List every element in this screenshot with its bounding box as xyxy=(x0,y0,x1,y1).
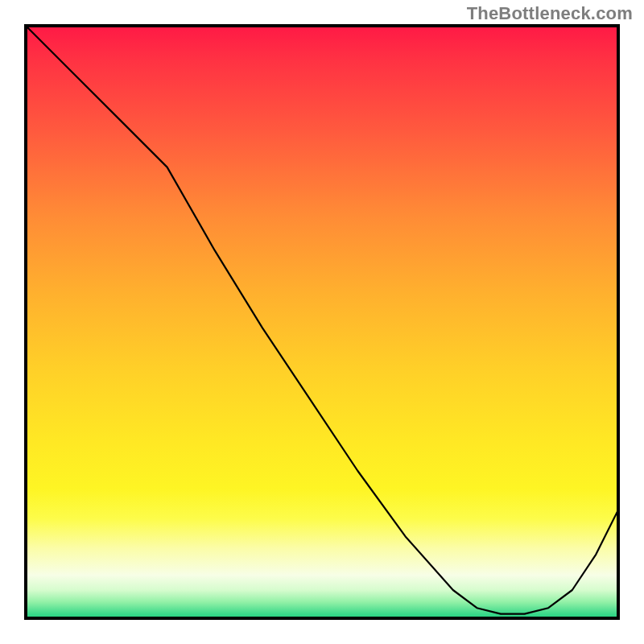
watermark-text: TheBottleneck.com xyxy=(467,3,633,24)
plot-area xyxy=(24,24,620,620)
line-series xyxy=(24,24,620,620)
chart-container: TheBottleneck.com xyxy=(0,0,644,644)
